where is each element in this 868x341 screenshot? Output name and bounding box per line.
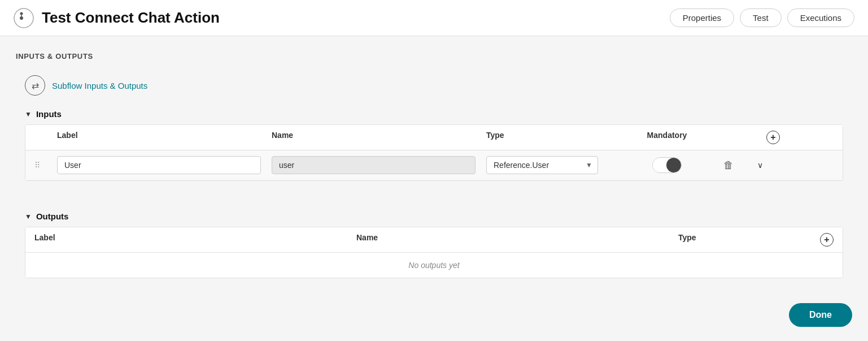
add-icon: + (770, 132, 775, 143)
out-th-label: Label (34, 233, 356, 247)
mandatory-toggle-cell (610, 157, 723, 173)
expand-row-button[interactable]: ∨ (757, 161, 763, 170)
arrows-icon: ⇄ (32, 80, 39, 91)
toggle-left (653, 158, 668, 172)
header: Test Connect Chat Action Properties Test… (0, 0, 868, 36)
test-button[interactable]: Test (740, 8, 782, 27)
add-output-button[interactable]: + (820, 233, 834, 247)
add-output-icon: + (824, 235, 829, 245)
name-input[interactable] (272, 156, 476, 174)
content: INPUTS & OUTPUTS ⇄ Subflow Inputs & Outp… (0, 36, 868, 292)
outputs-table: Label Name Type + No outputs yet (25, 227, 843, 278)
properties-button[interactable]: Properties (670, 8, 734, 27)
app-icon (14, 8, 34, 28)
inputs-outputs-section-title: INPUTS & OUTPUTS (16, 52, 852, 61)
th-mandatory: Mandatory (610, 131, 723, 144)
subflow-icon: ⇄ (25, 75, 45, 96)
toggle-thumb (666, 158, 681, 172)
out-th-name: Name (356, 233, 678, 247)
svg-point-2 (20, 12, 23, 15)
type-select-wrapper: Reference.User String Number Boolean Obj… (486, 156, 598, 174)
inputs-table-header: Label Name Type Mandatory + (25, 125, 843, 150)
label-cell (57, 156, 272, 174)
subflow-label[interactable]: Subflow Inputs & Outputs (52, 81, 147, 90)
delete-cell: 🗑 (723, 159, 757, 171)
header-left: Test Connect Chat Action (14, 8, 220, 28)
type-cell: Reference.User String Number Boolean Obj… (486, 156, 610, 174)
inputs-collapse-arrow: ▼ (25, 110, 32, 118)
svg-point-0 (14, 8, 33, 28)
outputs-section-title: Outputs (36, 211, 69, 221)
toggle-track (652, 157, 682, 173)
add-input-button[interactable]: + (766, 131, 780, 144)
label-input[interactable] (57, 156, 261, 174)
name-cell (272, 156, 486, 174)
mandatory-toggle[interactable] (652, 157, 682, 173)
subflow-row: ⇄ Subflow Inputs & Outputs (16, 70, 852, 101)
header-nav: Properties Test Executions (670, 8, 854, 27)
th-type: Type (486, 131, 610, 144)
footer: Done (0, 292, 868, 338)
outputs-table-header: Label Name Type + (25, 227, 843, 253)
out-th-type: Type (678, 233, 805, 247)
th-name: Name (272, 131, 486, 144)
outputs-collapse-header[interactable]: ▼ Outputs (25, 204, 843, 227)
inputs-section: ▼ Inputs Label Name Type Mandatory + (16, 101, 852, 195)
executions-button[interactable]: Executions (787, 8, 854, 27)
delete-row-button[interactable]: 🗑 (723, 159, 734, 171)
drag-handle-icon[interactable]: ⠿ (34, 161, 57, 170)
inputs-collapse-header[interactable]: ▼ Inputs (25, 101, 843, 124)
expand-cell: ∨ (757, 160, 780, 170)
th-delete-spacer (723, 131, 757, 144)
th-add-input: + (757, 131, 780, 144)
out-th-add: + (805, 233, 834, 247)
outputs-collapse-arrow: ▼ (25, 213, 32, 221)
no-outputs-text: No outputs yet (25, 253, 843, 278)
inputs-section-title: Inputs (36, 109, 62, 119)
outputs-section: ▼ Outputs Label Name Type + No outputs y… (16, 204, 852, 292)
page-title: Test Connect Chat Action (42, 9, 220, 27)
done-button[interactable]: Done (789, 303, 852, 327)
th-drag-spacer (34, 131, 57, 144)
th-label: Label (57, 131, 272, 144)
inputs-table: Label Name Type Mandatory + ⠿ (25, 124, 843, 181)
svg-point-1 (20, 16, 23, 20)
type-select[interactable]: Reference.User String Number Boolean Obj… (486, 156, 598, 174)
table-row: ⠿ Reference.User String Number Boolean (25, 150, 843, 180)
